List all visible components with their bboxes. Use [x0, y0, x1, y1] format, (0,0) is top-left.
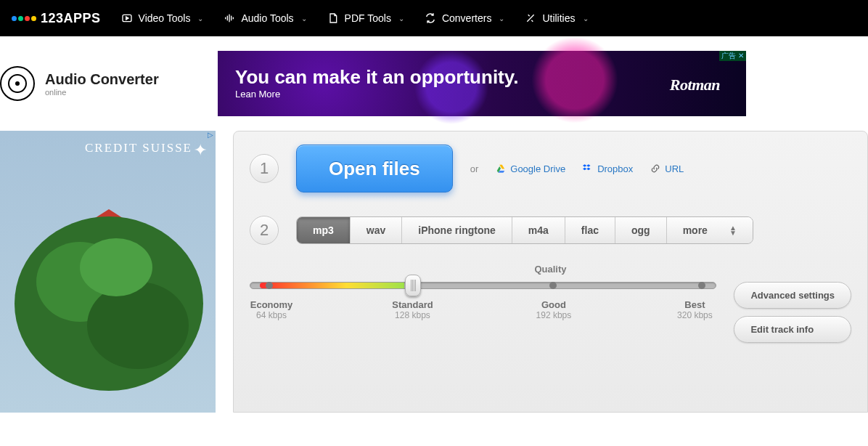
main-area: ▷ CREDIT SUISSE ✦ 1 Open files or Google…	[0, 131, 868, 413]
url-label: URL	[665, 163, 684, 174]
or-text: or	[470, 163, 479, 174]
quality-block: Quality Economy64 kbps Standard128 kbps …	[250, 264, 851, 343]
svg-rect-2	[227, 16, 228, 21]
gdrive-label: Google Drive	[510, 163, 565, 174]
svg-rect-4	[231, 16, 232, 21]
ad-headline: You can make it an opportunity.	[235, 67, 519, 88]
tab-iphone-ringtone[interactable]: iPhone ringtone	[402, 217, 512, 243]
tab-wav[interactable]: wav	[351, 217, 402, 243]
nav-utilities-label: Utilities	[542, 12, 575, 24]
nav-converters[interactable]: Converters⌄	[425, 12, 504, 24]
pdf-icon	[327, 12, 339, 24]
open-files-button[interactable]: Open files	[296, 145, 453, 192]
side-ad-star-icon: ✦	[194, 141, 207, 160]
updown-icon: ▲▼	[729, 225, 737, 235]
google-drive-link[interactable]: Google Drive	[496, 163, 565, 174]
app-subtitle: online	[45, 88, 159, 97]
tick-economy	[266, 282, 273, 289]
dropbox-label: Dropbox	[597, 163, 633, 174]
tick-good	[549, 282, 557, 289]
scale-economy: Economy64 kbps	[250, 299, 293, 320]
step-2-row: 2 mp3 wav iPhone ringtone m4a flac ogg m…	[250, 216, 851, 245]
utilities-icon	[525, 12, 536, 24]
chevron-down-icon: ⌄	[301, 15, 307, 23]
ad-badge: ▷	[205, 131, 216, 139]
step-number-1: 1	[250, 154, 279, 183]
tab-mp3[interactable]: mp3	[297, 217, 351, 243]
header-strip: Audio Converter online You can make it a…	[0, 36, 868, 131]
open-files-label: Open files	[329, 158, 420, 180]
svg-point-10	[80, 238, 152, 296]
tab-flac[interactable]: flac	[565, 217, 615, 243]
nav-video-label: Video Tools	[139, 12, 191, 24]
url-link[interactable]: URL	[650, 163, 684, 174]
side-ad-brand: CREDIT SUISSE	[85, 141, 192, 155]
nav-audio-label: Audio Tools	[241, 12, 293, 24]
converters-icon	[425, 12, 436, 24]
ad-cta[interactable]: Lean More	[235, 89, 280, 100]
quality-title: Quality	[250, 264, 851, 275]
scale-best: Best320 kbps	[673, 299, 716, 320]
quality-slider[interactable]: Economy64 kbps Standard128 kbps Good192 …	[250, 282, 716, 320]
slider-handle[interactable]	[405, 275, 421, 296]
step-1-row: 1 Open files or Google Drive Dropbox URL	[250, 145, 851, 192]
video-icon	[121, 12, 133, 24]
right-buttons: Advanced settings Edit track info	[734, 282, 851, 343]
nav-video-tools[interactable]: Video Tools⌄	[121, 12, 204, 24]
link-icon	[650, 163, 660, 174]
step-number-2: 2	[250, 216, 279, 245]
app-title: Audio Converter	[45, 71, 159, 88]
chevron-down-icon: ⌄	[499, 15, 504, 23]
ad-brand: Rotman	[670, 76, 720, 94]
audio-icon	[224, 12, 235, 24]
tab-more[interactable]: more▲▼	[667, 217, 753, 243]
svg-rect-3	[229, 15, 230, 23]
brand-logo[interactable]: 123APPS	[12, 11, 101, 26]
top-ad-banner[interactable]: You can make it an opportunity. Lean Mor…	[218, 51, 746, 116]
nav-utilities[interactable]: Utilities⌄	[525, 12, 588, 24]
scale-good: Good192 kbps	[532, 299, 576, 320]
dropbox-link[interactable]: Dropbox	[583, 163, 633, 174]
side-ad-image	[0, 180, 216, 398]
logo-dots-icon	[12, 16, 36, 21]
chevron-down-icon: ⌄	[398, 15, 404, 23]
edit-track-info-button[interactable]: Edit track info	[734, 316, 851, 343]
svg-rect-1	[225, 17, 226, 20]
tab-ogg[interactable]: ogg	[615, 217, 667, 243]
google-drive-icon	[496, 163, 506, 174]
chevron-down-icon: ⌄	[583, 15, 589, 23]
nav-audio-tools[interactable]: Audio Tools⌄	[224, 12, 306, 24]
svg-rect-5	[233, 17, 234, 20]
converter-panel: 1 Open files or Google Drive Dropbox URL…	[233, 131, 868, 413]
format-tabs: mp3 wav iPhone ringtone m4a flac ogg mor…	[296, 216, 753, 244]
top-navbar: 123APPS Video Tools⌄ Audio Tools⌄ PDF To…	[0, 0, 868, 36]
tick-best	[698, 282, 705, 289]
audio-converter-icon	[0, 66, 35, 101]
quality-scale: Economy64 kbps Standard128 kbps Good192 …	[250, 299, 716, 320]
chevron-down-icon: ⌄	[197, 15, 203, 23]
app-identity: Audio Converter online	[0, 66, 189, 101]
scale-standard: Standard128 kbps	[390, 299, 434, 320]
dropbox-icon	[583, 163, 593, 174]
ad-badge: 广告 ✕	[719, 51, 746, 61]
svg-point-9	[87, 282, 189, 369]
slider-track[interactable]	[250, 282, 716, 289]
nav-pdf-label: PDF Tools	[345, 12, 391, 24]
side-ad[interactable]: ▷ CREDIT SUISSE ✦	[0, 131, 216, 413]
nav-converters-label: Converters	[442, 12, 491, 24]
brand-text: 123APPS	[41, 11, 101, 26]
advanced-settings-button[interactable]: Advanced settings	[734, 282, 851, 309]
tab-m4a[interactable]: m4a	[512, 217, 565, 243]
nav-pdf-tools[interactable]: PDF Tools⌄	[327, 12, 404, 24]
